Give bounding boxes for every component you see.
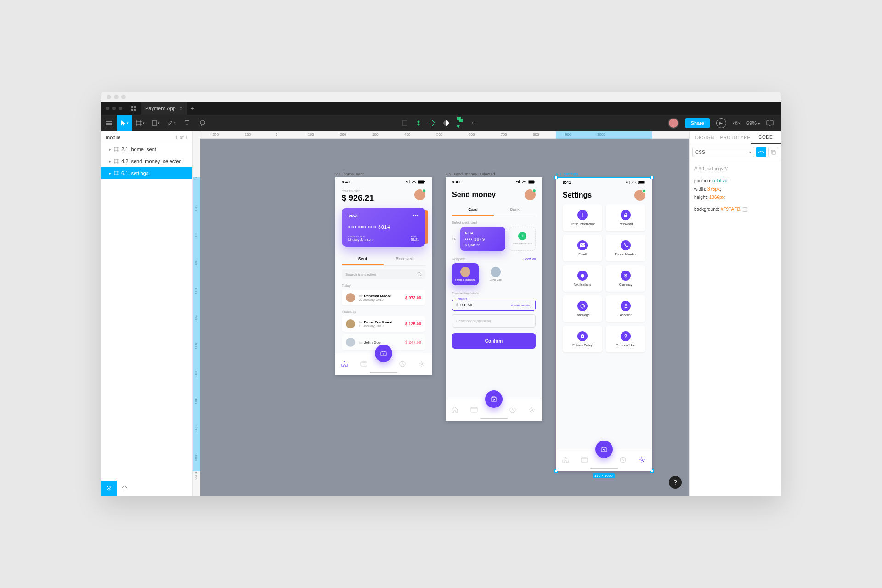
artboard-send-money[interactable]: 9:41 •ıl Send money Card Bank Select cre… — [446, 177, 542, 421]
tile-password[interactable]: Password — [606, 204, 645, 231]
activity-icon[interactable] — [399, 360, 407, 368]
css-code-output[interactable]: /* 6.1. settings */ position: relative; … — [690, 160, 781, 218]
add-tab-button[interactable]: + — [187, 102, 198, 115]
component-icon[interactable] — [401, 120, 408, 126]
pages-header[interactable]: mobile 1 of 1 — [101, 131, 192, 143]
tab-code[interactable]: CODE — [751, 131, 781, 144]
activity-icon[interactable] — [509, 406, 517, 414]
present-button[interactable]: ▶ — [716, 118, 726, 128]
view-settings-icon[interactable] — [733, 120, 740, 126]
instance-icon[interactable] — [429, 120, 435, 126]
tab-received[interactable]: Received — [384, 253, 425, 265]
fab-send-button[interactable] — [375, 345, 392, 362]
settings-icon[interactable] — [528, 406, 537, 414]
wallet-icon[interactable] — [470, 406, 479, 414]
help-button[interactable]: ? — [669, 476, 682, 489]
artboard-label[interactable]: 6.1. settings — [556, 172, 578, 176]
layer-settings[interactable]: ▸ 6.1. settings — [101, 167, 192, 179]
tile-currency[interactable]: $Currency — [606, 265, 645, 292]
move-tool[interactable]: ▾ — [117, 115, 132, 131]
show-all-link[interactable]: Show all — [524, 257, 536, 260]
settings-icon[interactable] — [638, 456, 646, 464]
share-button[interactable]: Share — [685, 118, 710, 128]
card-menu-icon[interactable]: ••• — [413, 213, 419, 218]
traffic-light-minimize[interactable] — [114, 95, 119, 99]
code-language-select[interactable]: CSS▾ — [692, 147, 754, 157]
home-icon[interactable] — [341, 360, 349, 368]
layer-send-money[interactable]: ▸ 4.2. send_money_selected — [101, 155, 192, 167]
user-icon — [621, 301, 631, 311]
user-avatar[interactable] — [668, 118, 679, 129]
confirm-button[interactable]: Confirm — [452, 333, 536, 349]
activity-icon[interactable] — [619, 456, 628, 464]
tab-bank[interactable]: Bank — [494, 204, 536, 216]
status-time: 9:41 — [342, 180, 350, 184]
description-input[interactable]: Description (optional) — [452, 314, 536, 328]
tile-privacy[interactable]: Privacy Policy — [563, 326, 602, 352]
credit-card[interactable]: VISA ••• •••• •••• •••• 8014 CARD HOLDER… — [342, 208, 425, 247]
profile-avatar[interactable] — [525, 189, 536, 200]
home-icon[interactable] — [127, 102, 141, 115]
tile-language[interactable]: Language — [563, 295, 602, 322]
tile-terms[interactable]: ?Terms of Use — [606, 326, 645, 352]
artboard-label[interactable]: 2.1. home_sent — [335, 172, 364, 176]
link-icon[interactable] — [470, 120, 477, 126]
tab-sent[interactable]: Sent — [342, 253, 384, 265]
fab-send-button[interactable] — [485, 390, 503, 408]
canvas[interactable]: -200 -100 0 100 200 300 400 500 600 700 … — [193, 131, 689, 496]
settings-icon[interactable] — [418, 360, 426, 368]
globe-icon — [577, 301, 588, 311]
svg-point-5 — [200, 120, 205, 125]
day-header: Today — [342, 284, 425, 287]
tab-prototype[interactable]: PROTOTYPE — [720, 131, 750, 144]
copy-button[interactable] — [768, 147, 778, 157]
home-icon[interactable] — [451, 406, 459, 414]
recipient-card[interactable]: Franz Ferdinand — [452, 263, 479, 285]
library-icon[interactable] — [766, 120, 774, 126]
tile-account[interactable]: Account — [606, 295, 645, 322]
transaction-row[interactable]: to: Rebecca Moore20 January, 2019 $ 972.… — [342, 290, 425, 305]
hamburger-menu-icon[interactable] — [101, 115, 117, 131]
assets-tab-icon[interactable] — [117, 481, 132, 496]
artboard-label[interactable]: 4.2. send_money_selected — [446, 172, 495, 176]
toolbar-right: Share ▶ 69% ▾ — [668, 118, 781, 129]
new-card-button[interactable]: + New credit card — [509, 227, 536, 251]
document-tab[interactable]: Payment-App × — [141, 102, 187, 115]
layers-tab-icon[interactable] — [101, 481, 117, 496]
wallet-icon[interactable] — [581, 456, 589, 464]
tile-notifications[interactable]: Notifications — [563, 265, 602, 292]
frame-tool[interactable]: ▾ — [132, 115, 148, 131]
wallet-icon[interactable] — [360, 360, 368, 368]
profile-avatar[interactable] — [634, 190, 645, 201]
text-tool[interactable]: T — [179, 115, 195, 131]
status-time: 9:41 — [452, 180, 460, 184]
fab-send-button[interactable] — [595, 441, 613, 458]
boolean-icon[interactable]: ▾ — [457, 116, 463, 130]
home-icon[interactable] — [562, 456, 570, 464]
tab-design[interactable]: DESIGN — [690, 131, 720, 144]
pen-tool[interactable]: ▾ — [164, 115, 179, 131]
shape-tool[interactable]: ▾ — [148, 115, 164, 131]
traffic-light-zoom[interactable] — [121, 95, 126, 99]
artboard-settings[interactable]: 9:41 •ıl Settings iProfile Information P… — [556, 177, 652, 471]
profile-avatar[interactable] — [414, 189, 425, 200]
search-transaction-input[interactable]: Search transaction — [342, 269, 425, 279]
amount-input[interactable]: Amount $ 120.50 change currency — [452, 300, 536, 311]
transaction-row[interactable]: to: Franz Ferdinand19 January, 2019 $ 12… — [342, 316, 425, 332]
change-currency-link[interactable]: change currency — [511, 304, 531, 306]
selected-card[interactable]: VISA •••• 3849 $ 1,345.56 — [460, 227, 505, 251]
code-toggle-button[interactable]: <> — [756, 147, 766, 157]
zoom-level[interactable]: 69% ▾ — [746, 120, 760, 126]
mask-icon[interactable] — [443, 120, 449, 126]
create-component-icon[interactable] — [415, 120, 422, 126]
artboard-home[interactable]: 9:41 •ıl Your balance $ 926.21 — [335, 177, 432, 375]
tile-profile[interactable]: iProfile Information — [563, 204, 602, 231]
layer-home-sent[interactable]: ▸ 2.1. home_sent — [101, 143, 192, 155]
tile-email[interactable]: Email — [563, 235, 602, 261]
tile-phone[interactable]: Phone Number — [606, 235, 645, 261]
recipient-card[interactable]: John Doe — [482, 263, 509, 285]
comment-tool[interactable] — [195, 115, 210, 131]
traffic-light-close[interactable] — [107, 95, 111, 99]
tab-card[interactable]: Card — [452, 204, 494, 216]
close-icon[interactable]: × — [180, 106, 182, 111]
